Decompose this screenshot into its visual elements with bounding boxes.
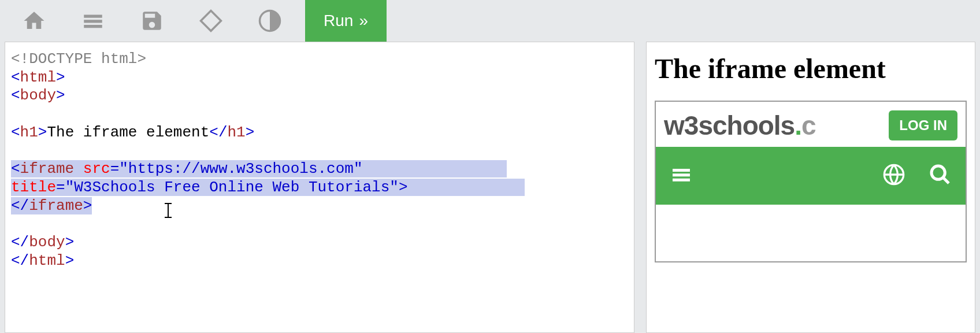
menu-icon[interactable] — [76, 4, 110, 38]
code-token: iframe — [29, 197, 83, 214]
logo-part: . — [795, 110, 801, 140]
code-token: = — [56, 179, 65, 196]
code-token: html — [20, 69, 56, 86]
run-button-label: Run — [324, 12, 353, 30]
code-token: "https://www.w3schools.com" — [119, 160, 362, 177]
menu-icon[interactable] — [670, 163, 693, 188]
code-token: < — [11, 160, 20, 177]
svg-point-2 — [931, 166, 945, 179]
logo-part: schools — [698, 110, 795, 140]
logo-part: c — [801, 110, 816, 140]
code-token: > — [83, 197, 92, 214]
code-editor[interactable]: <!DOCTYPE html> <html> <body> <h1>The if… — [5, 42, 634, 333]
code-token: > — [65, 252, 75, 269]
code-token: > — [56, 69, 65, 86]
code-token: < — [11, 124, 20, 141]
code-token: = — [110, 160, 120, 177]
code-token: > — [38, 124, 47, 141]
code-token: > — [65, 234, 75, 251]
code-token: src — [83, 160, 110, 177]
theme-icon[interactable] — [253, 4, 287, 38]
save-icon[interactable] — [135, 4, 169, 38]
iframe-preview[interactable]: w3schools.c LOG IN — [655, 101, 967, 262]
code-token: < — [11, 69, 20, 86]
code-token: The iframe element — [47, 124, 209, 141]
panels: <!DOCTYPE html> <html> <body> <h1>The if… — [0, 42, 980, 333]
logo-part: w3 — [664, 110, 698, 140]
home-icon[interactable] — [17, 4, 51, 38]
code-token: body — [29, 234, 65, 251]
result-heading: The iframe element — [655, 53, 967, 84]
globe-icon[interactable] — [882, 163, 905, 188]
code-token: > — [56, 87, 65, 104]
w3schools-logo: w3schools.c — [664, 110, 816, 141]
code-token: </ — [11, 234, 29, 251]
code-token: "W3Schools Free Online Web Tutorials" — [65, 179, 399, 196]
search-icon[interactable] — [929, 163, 952, 188]
chevron-right-icon: » — [359, 12, 368, 30]
code-token: title — [11, 179, 56, 196]
iframe-header: w3schools.c LOG IN — [656, 102, 966, 147]
iframe-nav — [656, 147, 966, 205]
code-token: iframe — [20, 160, 75, 177]
code-token: <!DOCTYPE html> — [11, 50, 146, 68]
code-token: </ — [11, 252, 29, 269]
code-token: body — [20, 87, 56, 104]
run-button[interactable]: Run » — [305, 0, 387, 42]
code-token: > — [399, 179, 408, 196]
code-token: </ — [209, 124, 227, 141]
result-panel: The iframe element w3schools.c LOG IN — [646, 42, 975, 333]
code-token: > — [246, 124, 255, 141]
code-token: </ — [11, 197, 29, 214]
rotate-icon[interactable] — [194, 4, 228, 38]
login-button[interactable]: LOG IN — [889, 110, 957, 140]
code-token: < — [11, 87, 20, 104]
code-token: html — [29, 252, 65, 269]
toolbar: Run » — [0, 0, 980, 42]
code-token: h1 — [20, 124, 38, 141]
code-token: h1 — [228, 124, 246, 141]
code-token — [74, 160, 83, 177]
